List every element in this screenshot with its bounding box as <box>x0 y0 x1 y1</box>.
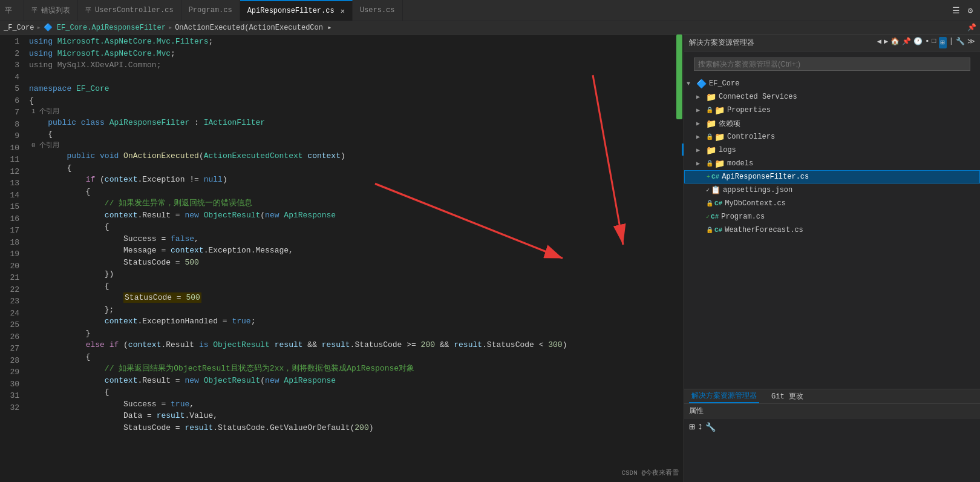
csharp-icon: C# <box>711 213 719 220</box>
header-icon5[interactable]: 🕐 <box>913 37 923 48</box>
search-container <box>684 51 980 77</box>
header-icon9[interactable]: ≫ <box>967 37 975 48</box>
code-line: { <box>29 386 675 398</box>
header-icon8[interactable]: 🔧 <box>956 37 965 48</box>
tab-solution-explorer[interactable]: 解决方案资源管理器 <box>689 389 759 403</box>
tab-program[interactable]: Program.cs <box>181 0 240 21</box>
expand-arrow-logs[interactable]: ▶ <box>696 147 705 154</box>
code-text: Success = true, <box>29 398 194 411</box>
code-line: StatusCode = result.StatusCode.GetValueO… <box>29 422 675 434</box>
tree-label-models: models <box>727 159 753 168</box>
code-line: { <box>29 128 675 140</box>
header-icon3[interactable]: 🏠 <box>890 37 900 48</box>
editor-area: 1234567891011121314151617181920212223242… <box>0 35 684 482</box>
tree-item-logs[interactable]: ▶ 📁 logs <box>684 144 980 157</box>
tab-pin-icon2: 平 <box>85 6 91 15</box>
solution-search-input[interactable] <box>694 58 970 71</box>
tab-git-changes[interactable]: Git 更改 <box>769 390 806 403</box>
scroll-thumb[interactable] <box>676 35 682 119</box>
tab-label5: Users.cs <box>360 6 395 15</box>
line-number: 31 <box>0 390 19 402</box>
tab-users[interactable]: Users.cs <box>353 0 403 21</box>
ref-hint: 1 个引用 <box>31 107 59 117</box>
tree-item-apifilter[interactable]: +C# ApiResponseFilter.cs <box>684 170 980 183</box>
overflow-icon[interactable]: ☰ <box>950 4 962 16</box>
folder-icon: 📁 <box>714 132 725 142</box>
code-line: namespace EF_Core <box>29 83 675 95</box>
scrollbar[interactable] <box>675 35 684 482</box>
line-number: 1 <box>0 36 19 48</box>
header-icon6[interactable]: ▪ <box>925 37 929 48</box>
close-icon[interactable]: ✕ <box>341 7 345 16</box>
tree-item-connected[interactable]: ▶ 📁 Connected Services <box>684 90 980 104</box>
expand-arrow-props[interactable]: ▶ <box>696 107 705 114</box>
props-grid-icon[interactable]: ⊞ <box>689 421 695 433</box>
tree-item-weather[interactable]: 🔒C# WeatherForecast.cs <box>684 223 980 237</box>
tree-label-mydbctx: MyDbContext.cs <box>725 199 786 208</box>
file-icon-controllers: 🔒📁 <box>706 132 725 142</box>
code-text: context.Result = new ObjectResult(new Ap… <box>29 210 336 222</box>
tree-item-models[interactable]: ▶ 🔒📁 models <box>684 157 980 170</box>
tree-item-deps[interactable]: ▶ 📁 依赖项 <box>684 117 980 130</box>
file-icon-root: 🔷 <box>696 79 707 89</box>
tab-label: 错误列表 <box>41 5 70 16</box>
tree-item-controllers[interactable]: ▶ 🔒📁 Controllers <box>684 130 980 144</box>
expand-arrow-root[interactable]: ▼ <box>687 81 695 87</box>
tree-item-mydbctx[interactable]: 🔒C# MyDbContext.cs <box>684 197 980 210</box>
tree-view[interactable]: ▼ 🔷 EF_Core ▶ 📁 Connected Services ▶ 🔒📁 … <box>684 77 980 389</box>
csharp-icon: C# <box>714 226 722 234</box>
line-number: 4 <box>0 71 19 84</box>
code-text: { <box>29 128 53 140</box>
line-number: 12 <box>0 166 19 178</box>
expand-arrow-models[interactable]: ▶ <box>696 160 705 167</box>
tree-item-props[interactable]: ▶ 🔒📁 Properties <box>684 104 980 117</box>
file-icon-logs: 📁 <box>706 145 716 156</box>
props-wrench-icon[interactable]: 🔧 <box>705 422 716 432</box>
tab-api-response-filter[interactable]: ApiResponseFilter.cs ✕ <box>240 0 353 21</box>
tab-label3: Program.cs <box>189 6 232 15</box>
breadcrumb: _F_Core ▸ 🔷 EF_Core.ApiResponseFilter ▸ … <box>0 21 980 35</box>
line-number: 20 <box>0 260 19 272</box>
file-icon-mydbctx: 🔒C# <box>706 200 722 207</box>
tab-error-list[interactable]: 平 错误列表 <box>24 0 78 21</box>
props-sort-icon[interactable]: ↕ <box>697 421 704 432</box>
breadcrumb-pin-right[interactable]: 📌 <box>967 23 976 32</box>
line-number: 11 <box>0 154 19 166</box>
breadcrumb-part2[interactable]: 🔷 EF_Core.ApiResponseFilter <box>44 23 166 32</box>
line-number: 6 <box>0 95 19 107</box>
breadcrumb-part3[interactable]: OnActionExecuted(ActionExecutedCon ▸ <box>175 23 332 32</box>
breadcrumb-sep2: ▸ <box>168 23 172 32</box>
tree-item-program[interactable]: ✓C# Program.cs <box>684 210 980 223</box>
tab-users-controller[interactable]: 平 UsersController.cs <box>78 0 181 21</box>
header-icon2[interactable]: ▶ <box>884 37 888 48</box>
line-number: 15 <box>0 201 19 213</box>
line-number: 8 <box>0 119 19 131</box>
code-line: { <box>29 280 675 292</box>
code-line: 1 个引用 public class ApiResponseFilter : I… <box>29 107 675 128</box>
code-text: StatusCode = result.StatusCode.GetValueO… <box>29 422 374 434</box>
tree-label-weather: WeatherForecast.cs <box>725 226 803 234</box>
header-icon1[interactable]: ◀ <box>877 37 881 48</box>
code-line: Message = context.Exception.Message, <box>29 245 675 257</box>
expand-arrow-connected[interactable]: ▶ <box>696 93 705 101</box>
tree-item-root[interactable]: ▼ 🔷 EF_Core <box>684 77 980 90</box>
code-text: using MySqlX.XDevAPI.Common; <box>29 59 161 71</box>
header-icon4[interactable]: 📌 <box>902 37 911 48</box>
tree-item-appsettings[interactable]: ✓📋 appsettings.json <box>684 183 980 197</box>
breadcrumb-part1[interactable]: _F_Core <box>4 24 34 32</box>
solution-icon: 🔷 <box>696 79 707 89</box>
code-text: // 如果发生异常，则返回统一的错误信息 <box>29 197 252 210</box>
code-content[interactable]: using Microsoft.AspNetCore.Mvc.Filters;u… <box>24 35 675 482</box>
header-icon-active[interactable]: ⊞ <box>939 37 947 48</box>
file-icon-appsettings: ✓📋 <box>706 185 720 195</box>
expand-arrow-deps[interactable]: ▶ <box>696 120 705 127</box>
json-icon: 📋 <box>711 185 720 195</box>
header-icon7[interactable]: □ <box>932 37 936 48</box>
settings-icon[interactable]: ⚙ <box>964 4 976 16</box>
file-icon-connected: 📁 <box>706 92 716 102</box>
code-line: { <box>29 162 675 174</box>
expand-arrow-controllers[interactable]: ▶ <box>696 133 705 140</box>
line-number: 5 <box>0 83 19 95</box>
pin-tab[interactable]: 平 <box>0 0 24 21</box>
code-line: if (context.Exception != null) <box>29 174 675 186</box>
